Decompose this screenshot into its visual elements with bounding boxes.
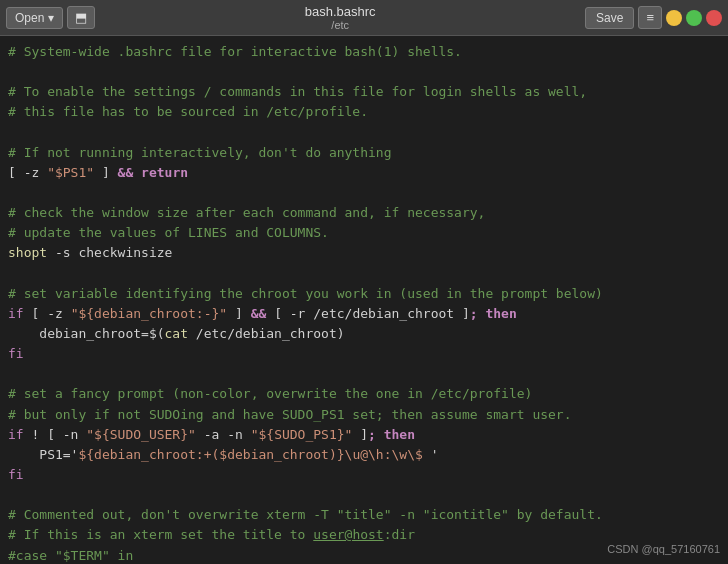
title-center: bash.bashrc /etc <box>95 4 585 31</box>
window-controls <box>666 10 722 26</box>
file-icon: ⬒ <box>75 10 87 25</box>
close-button[interactable] <box>706 10 722 26</box>
file-icon-button[interactable]: ⬒ <box>67 6 95 29</box>
minimize-button[interactable] <box>666 10 682 26</box>
file-title: bash.bashrc <box>95 4 585 19</box>
file-path: /etc <box>95 19 585 31</box>
menu-button[interactable]: ≡ <box>638 6 662 29</box>
open-label: Open <box>15 11 44 25</box>
titlebar: Open ▾ ⬒ bash.bashrc /etc Save ≡ <box>0 0 728 36</box>
maximize-button[interactable] <box>686 10 702 26</box>
code-content: # System-wide .bashrc file for interacti… <box>8 42 720 564</box>
open-button[interactable]: Open ▾ <box>6 7 63 29</box>
app-container: Open ▾ ⬒ bash.bashrc /etc Save ≡ # Syste… <box>0 0 728 564</box>
chevron-down-icon: ▾ <box>48 11 54 25</box>
editor-area[interactable]: # System-wide .bashrc file for interacti… <box>0 36 728 564</box>
save-button[interactable]: Save <box>585 7 634 29</box>
